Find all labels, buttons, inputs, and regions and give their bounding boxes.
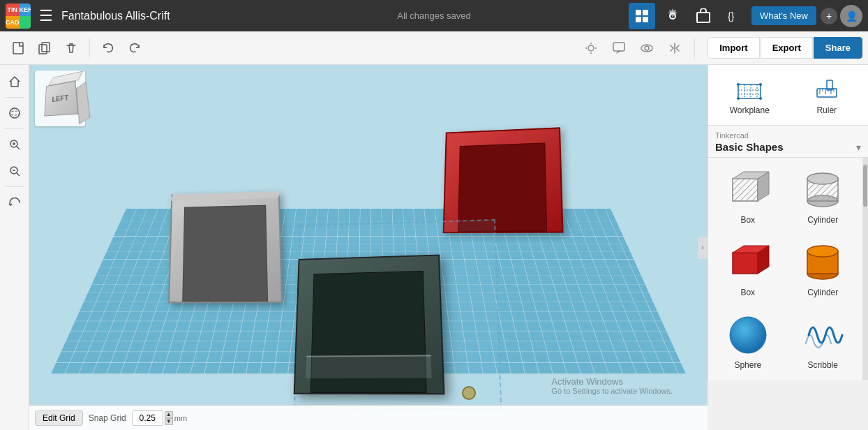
menu-icon[interactable]: ☰ [39,7,53,25]
shape-label-cylinder-gray: Cylinder [807,215,838,225]
shape-item-cylinder-gray[interactable]: Cylinder [789,163,858,229]
svg-text:{}: {} [728,10,735,22]
3d-viewport[interactable]: LEFT Activate Windows Go to Settings to … [29,65,708,430]
svg-rect-2 [636,17,641,22]
zoom-minus-icon[interactable] [3,160,26,182]
redo-button[interactable] [122,36,147,61]
shape-label-scribble: Scribble [808,360,838,370]
workplane-icon [735,75,763,103]
save-status: All changes saved [397,10,471,21]
shape-item-scribble[interactable]: Scribble [789,309,858,374]
whats-new-button[interactable]: What's New [751,6,816,25]
shape-item-box-gray[interactable]: Box [714,163,782,229]
view-icon[interactable] [634,36,659,61]
comment-icon[interactable] [606,36,631,61]
shape-item-cylinder-orange[interactable]: Cylinder [789,236,858,302]
svg-point-51 [807,173,838,184]
add-account-icon[interactable]: + [821,8,837,24]
light-icon[interactable] [578,36,604,61]
separator3 [5,186,24,187]
orbit-icon[interactable] [3,102,26,124]
svg-rect-4 [697,13,710,22]
bottom-bar: Edit Grid Snap Grid ▲ ▼ mm [29,405,708,430]
snap-up-arrow[interactable]: ▲ [165,411,173,418]
action-buttons: Import Export Share [708,37,862,59]
shape-label-cylinder-orange: Cylinder [807,288,838,297]
panel-collapse-button[interactable]: › [698,237,708,259]
workplane-label: Workplane [730,105,770,115]
grid-view-icon[interactable] [629,3,655,29]
gray-box-shape[interactable] [168,191,283,303]
export-button[interactable]: Export [761,37,813,59]
svg-point-16 [645,46,649,50]
new-button[interactable] [6,36,31,61]
snap-arrows: ▲ ▼ [165,411,173,425]
svg-point-32 [737,83,740,86]
copy-button[interactable] [32,36,57,61]
chevron-down-icon: ▾ [856,142,861,153]
edit-grid-button[interactable]: Edit Grid [35,410,83,426]
svg-line-25 [17,173,20,176]
project-title[interactable]: Fantabulous Allis-Crift [61,10,170,22]
separator [89,38,90,59]
scroll-thumb[interactable] [863,165,867,207]
svg-point-57 [807,246,838,257]
separator [5,97,24,98]
import-button[interactable]: Import [708,37,759,59]
svg-rect-8 [42,43,50,52]
tinkercad-label: Tinkercad [715,131,861,140]
svg-rect-1 [643,10,648,15]
svg-point-58 [730,317,766,353]
svg-point-35 [759,97,762,100]
snap-down-arrow[interactable]: ▼ [165,418,173,425]
ruler-tool[interactable]: Ruler [791,71,863,119]
svg-rect-6 [13,43,23,54]
second-toolbar: Import Export Share [0,31,868,65]
snap-grid-label: Snap Grid [89,413,126,423]
workplane-tool[interactable]: Workplane [714,71,786,119]
scene-canvas: LEFT Activate Windows Go to Settings to … [29,65,708,430]
svg-rect-0 [636,10,641,15]
svg-line-22 [17,147,20,149]
settings-icon[interactable] [659,3,686,29]
tinkercad-logo[interactable]: TINKERCAD [6,3,31,29]
main-area: LEFT Activate Windows Go to Settings to … [0,65,868,430]
viewcube-label: LEFT [52,94,68,103]
library-selector[interactable]: Basic Shapes ▾ [715,140,861,154]
shape-grid: Box [708,158,862,380]
dark-box-shape[interactable] [294,255,445,395]
view-cube[interactable]: LEFT [35,71,85,126]
library-name: Basic Shapes [715,141,784,153]
shape-grid-wrapper: Box [708,158,868,380]
svg-point-9 [588,45,594,51]
shape-label-box-red: Box [740,288,755,297]
code-icon[interactable]: {} [721,3,747,29]
snap-value-input[interactable] [132,410,163,426]
share-button[interactable]: Share [814,37,862,59]
svg-rect-14 [613,43,624,51]
home-icon[interactable] [3,71,26,93]
library-header: Tinkercad Basic Shapes ▾ [708,126,868,158]
shape-label-sphere: Sphere [734,360,761,370]
mirror-icon[interactable] [662,36,687,61]
delete-button[interactable] [59,36,84,61]
snap-unit: mm [174,414,187,422]
panel-top-tools: Workplane [708,65,868,126]
avatar[interactable]: 👤 [840,5,862,27]
top-navigation: TINKERCAD ☰ Fantabulous Allis-Crift All … [0,0,868,31]
scroll-indicator[interactable] [862,158,868,380]
svg-rect-7 [39,45,47,54]
right-panel-wrapper: › [708,65,868,430]
svg-point-17 [10,108,20,118]
undo-button[interactable] [96,36,121,61]
zoom-plus-icon[interactable] [3,133,26,156]
shape-label-box-gray: Box [740,215,755,225]
dark-box-inner [310,271,427,393]
gray-box-inner [182,205,268,302]
red-box-shape[interactable] [443,127,564,233]
inventory-icon[interactable] [690,3,717,29]
rotate-icon[interactable] [3,191,26,214]
ruler-icon [813,75,841,103]
shape-item-sphere-blue[interactable]: Sphere [714,309,782,374]
shape-item-box-red[interactable]: Box [714,236,782,302]
